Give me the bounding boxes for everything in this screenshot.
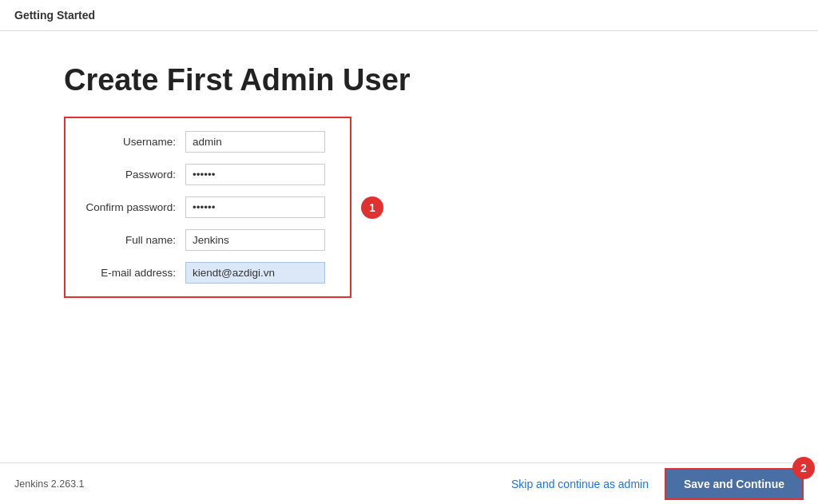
fullname-label: Full name: xyxy=(81,234,185,246)
skip-button[interactable]: Skip and continue as admin xyxy=(511,478,649,490)
password-label: Password: xyxy=(81,169,185,181)
button-badge: 2 xyxy=(792,457,815,479)
password-input[interactable] xyxy=(185,164,325,185)
username-input[interactable] xyxy=(185,131,325,153)
email-row: E-mail address: xyxy=(81,262,334,284)
username-label: Username: xyxy=(81,136,185,148)
username-row: Username: xyxy=(81,131,334,153)
fullname-input[interactable] xyxy=(185,229,325,251)
page-title: Create First Admin User xyxy=(64,63,411,97)
email-label: E-mail address: xyxy=(81,267,185,279)
admin-user-form: Username: Password: Confirm password: Fu… xyxy=(64,117,351,298)
save-continue-button[interactable]: Save and Continue xyxy=(665,468,804,500)
version-label: Jenkins 2.263.1 xyxy=(14,478,85,490)
footer: Jenkins 2.263.1 Skip and continue as adm… xyxy=(0,462,818,504)
confirm-password-label: Confirm password: xyxy=(81,201,185,213)
header-title: Getting Started xyxy=(14,9,95,22)
form-badge: 1 xyxy=(361,196,383,219)
password-row: Password: xyxy=(81,164,334,185)
confirm-password-row: Confirm password: xyxy=(81,196,334,218)
fullname-row: Full name: xyxy=(81,229,334,251)
footer-actions: Skip and continue as admin Save and Cont… xyxy=(511,468,804,500)
header: Getting Started xyxy=(0,0,818,31)
main-content: Create First Admin User Username: Passwo… xyxy=(0,31,818,462)
email-input[interactable] xyxy=(185,262,325,284)
confirm-password-input[interactable] xyxy=(185,196,325,218)
